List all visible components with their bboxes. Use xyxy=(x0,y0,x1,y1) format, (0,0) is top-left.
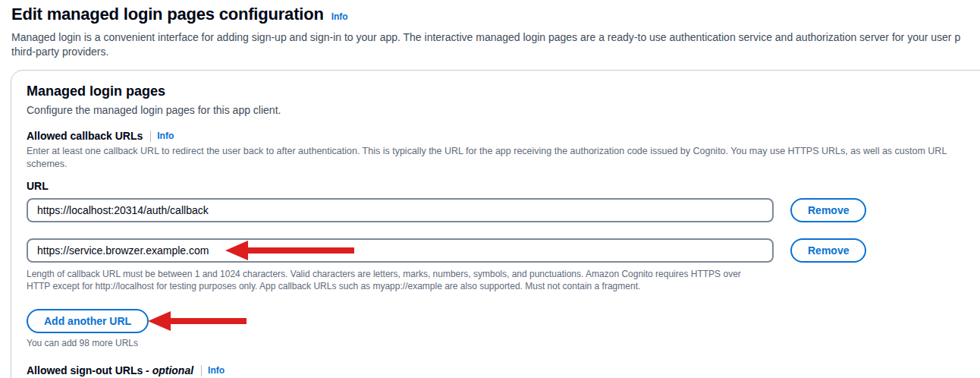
page-description-line2: third-party providers. xyxy=(11,45,980,59)
url-column-label: URL xyxy=(27,180,977,192)
signout-urls-optional: - optional xyxy=(146,364,193,376)
remove-url-button-1[interactable]: Remove xyxy=(790,198,866,222)
arrow-head-icon xyxy=(148,311,171,331)
add-another-url-button[interactable]: Add another URL xyxy=(27,309,149,333)
label-divider xyxy=(150,131,151,142)
page-description-line1: Managed login is a convenient interface … xyxy=(11,30,980,45)
signout-urls-label-text: Allowed sign-out URLs xyxy=(27,364,143,376)
signout-info-link[interactable]: Info xyxy=(208,365,225,376)
page-title-info-link[interactable]: Info xyxy=(331,11,348,22)
callback-constraint-line1: Length of callback URL must be between 1… xyxy=(27,268,977,280)
remove-url-button-2[interactable]: Remove xyxy=(790,238,866,263)
managed-login-pages-card: Managed login pages Configure the manage… xyxy=(11,70,980,378)
label-divider xyxy=(201,365,202,376)
callback-url-input-1[interactable] xyxy=(27,198,774,222)
card-subheading: Configure the managed login pages for th… xyxy=(27,104,977,116)
add-url-hint: You can add 98 more URLs xyxy=(27,338,977,348)
annotation-arrow-add-button-icon xyxy=(148,311,247,331)
allowed-callback-urls-label: Allowed callback URLs xyxy=(27,130,143,142)
callback-url-row-1: Remove xyxy=(27,198,977,222)
callback-constraint-text: Length of callback URL must be between 1… xyxy=(27,268,977,292)
signout-urls-section: Allowed sign-out URLs - optional Info En… xyxy=(27,364,977,378)
page-description: Managed login is a convenient interface … xyxy=(11,30,980,59)
arrow-shaft xyxy=(171,318,247,324)
callback-url-row-2: Remove xyxy=(27,238,977,263)
callback-url-input-2[interactable] xyxy=(27,238,774,263)
callback-info-link[interactable]: Info xyxy=(157,131,174,141)
card-title: Managed login pages xyxy=(27,83,977,99)
page-header: Edit managed login pages configuration I… xyxy=(0,0,980,59)
page-title-row: Edit managed login pages configuration I… xyxy=(11,5,980,24)
page-title: Edit managed login pages configuration xyxy=(11,5,324,24)
callback-constraint-line2: HTTP except for http://localhost for tes… xyxy=(27,280,977,292)
allowed-callback-urls-label-row: Allowed callback URLs Info xyxy=(27,130,977,142)
signout-urls-label: Allowed sign-out URLs - optional xyxy=(27,364,193,376)
callback-description: Enter at least one callback URL to redir… xyxy=(27,145,977,171)
signout-urls-label-row: Allowed sign-out URLs - optional Info xyxy=(27,364,977,376)
add-url-row: Add another URL xyxy=(27,309,977,333)
